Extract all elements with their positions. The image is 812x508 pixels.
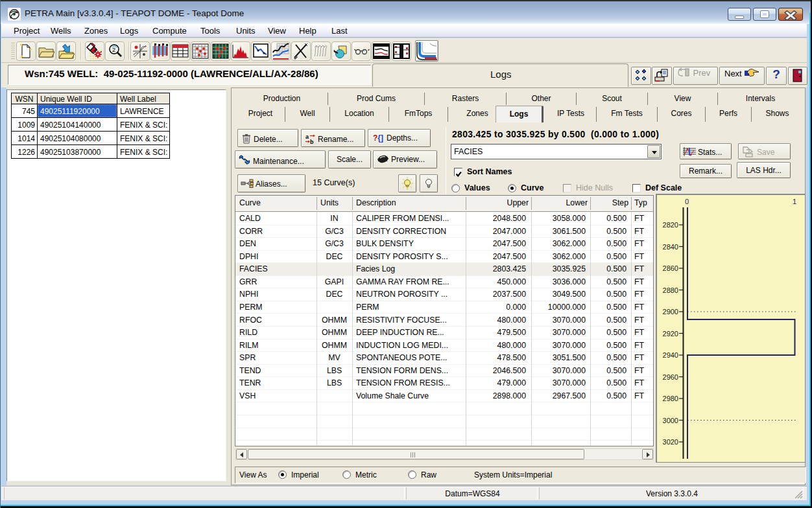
svg-text:b: b <box>310 139 314 144</box>
svg-text:2940: 2940 <box>663 351 678 359</box>
svg-text:0: 0 <box>685 198 689 205</box>
svg-text:1: 1 <box>793 198 796 205</box>
svg-text:a: a <box>305 133 309 140</box>
svg-text:3000: 3000 <box>663 417 678 424</box>
svg-text:2820: 2820 <box>663 221 678 229</box>
svg-text:2960: 2960 <box>663 373 678 381</box>
svg-text:2900: 2900 <box>663 308 678 316</box>
svg-text:2920: 2920 <box>663 330 678 338</box>
svg-text:2860: 2860 <box>663 264 678 272</box>
svg-text:2880: 2880 <box>663 286 678 294</box>
svg-text:3020: 3020 <box>663 438 678 446</box>
svg-text:2980: 2980 <box>663 395 678 402</box>
svg-text:2: 2 <box>112 47 115 53</box>
svg-text:2840: 2840 <box>663 243 678 251</box>
